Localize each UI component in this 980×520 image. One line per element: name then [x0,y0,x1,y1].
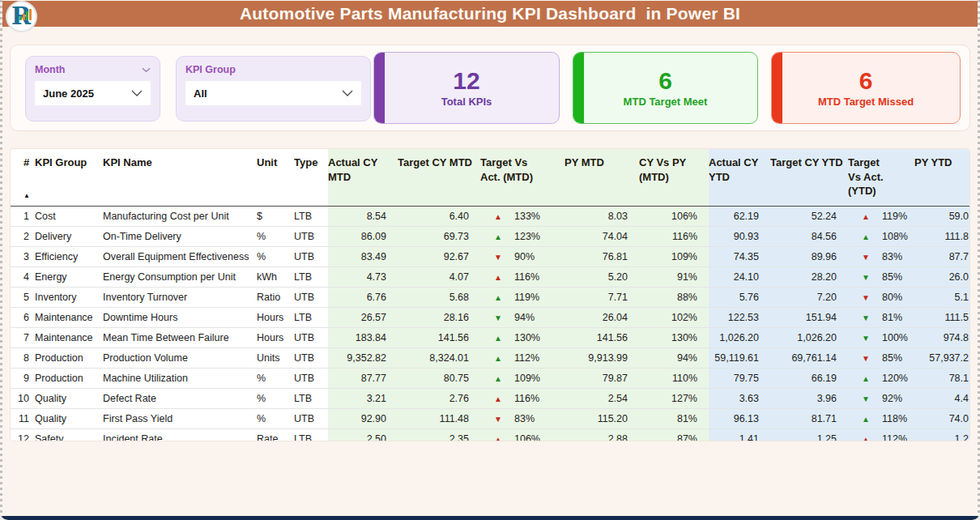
target-cy-mtd-cell: 111.48 [398,408,480,428]
type-cell: UTB [294,368,328,388]
trend-up-icon: ▲ [494,212,505,221]
kpi-name-cell: Energy Consumption per Unit [103,266,257,287]
kpi-group-cell: Maintenance [35,327,103,347]
table-row[interactable]: 3EfficiencyOverall Equipment Effectivene… [11,246,970,266]
col-header-target-vs-act-ytd[interactable]: Target Vs Act. (YTD) [848,149,914,206]
percent-value: 119% [882,211,907,222]
trend-up-icon: ▲ [494,334,505,343]
table-row[interactable]: 11QualityFirst Pass Yield%UTB92.90111.48… [11,408,970,428]
unit-cell: % [257,388,294,408]
percent-value: 108% [882,231,908,242]
trend-up-icon: ▲ [862,435,872,442]
cy-vs-py-mtd-cell: 127% [639,388,709,408]
col-header-unit[interactable]: Unit [257,149,294,206]
cy-vs-py-mtd-cell: 91% [639,266,709,287]
trend-down-icon: ▼ [862,394,872,403]
col-header-target-cy-ytd[interactable]: Target CY YTD [770,149,848,206]
table-row[interactable]: 7MaintenanceMean Time Between FailureHou… [11,327,970,347]
row-index: 4 [11,266,35,287]
target-cy-ytd-cell: 28.20 [770,266,848,287]
type-cell: UTB [294,287,328,307]
unit-cell: % [257,368,294,388]
col-header-actual-cy-mtd[interactable]: Actual CY MTD [328,149,398,206]
actual-cy-ytd-cell: 62.19 [709,206,770,226]
trend-up-icon: ▲ [494,435,505,442]
kpi-group-cell: Cost [35,206,103,226]
kpi-matrix-table: # ▲ KPI Group KPI Name Unit Type Actual … [11,149,970,441]
table-row[interactable]: 5InventoryInventory TurnoverRatioUTB6.76… [11,287,970,307]
table-row[interactable]: 6MaintenanceDowntime HoursHoursLTB26.572… [11,307,970,327]
unit-cell: Ratio [257,287,294,307]
unit-cell: $ [257,206,294,226]
percent-value: 112% [882,433,907,442]
target-vs-actual-cell: ▲108% [848,226,914,246]
sort-ascending-icon[interactable]: ▲ [23,192,30,201]
mtd-target-meet-value: 6 [658,68,672,94]
py-ytd-cell: 78.1 [914,368,970,388]
type-cell: UTB [294,347,328,368]
table-row[interactable]: 12SafetyIncident RateRateLTB2.502.35▲106… [11,428,970,441]
py-ytd-cell: 74.0 [914,408,970,428]
kpi-group-dropdown[interactable]: All [185,81,361,105]
card-accent-bar [573,53,584,123]
col-header-type[interactable]: Type [294,149,328,206]
col-header-target-vs-act-mtd[interactable]: Target Vs Act. (MTD) [480,149,565,206]
percent-value: 109% [514,373,540,384]
percent-value: 120% [882,373,908,384]
kpi-group-cell: Safety [35,428,103,441]
table-row[interactable]: 10QualityDefect Rate%LTB3.212.76▲116%2.5… [11,388,970,408]
cy-vs-py-mtd-cell: 102% [639,307,709,327]
cy-vs-py-mtd-cell: 88% [639,287,709,307]
table-row[interactable]: 8ProductionProduction VolumeUnitsUTB9,35… [11,347,970,368]
target-vs-actual-cell: ▲112% [480,347,565,368]
trend-down-icon: ▼ [862,293,872,302]
col-header-index[interactable]: # ▲ [11,149,35,206]
trend-down-icon: ▼ [862,253,872,262]
col-header-py-ytd[interactable]: PY YTD [914,149,970,206]
cy-vs-py-mtd-cell: 109% [639,246,709,266]
percent-value: 116% [514,393,539,404]
type-cell: UTB [294,327,328,347]
table-row[interactable]: 9ProductionMachine Utilization%UTB87.778… [11,368,970,388]
table-row[interactable]: 4EnergyEnergy Consumption per UnitkWhLTB… [11,266,970,287]
unit-cell: Rate [257,428,294,441]
type-cell: LTB [294,388,328,408]
percent-value: 100% [882,332,908,343]
month-slicer-label: Month [35,64,65,75]
table-row[interactable]: 2DeliveryOn-Time Delivery%UTB86.0969.73▲… [11,226,970,246]
actual-cy-mtd-cell: 4.73 [328,266,398,287]
py-mtd-cell: 7.71 [565,287,639,307]
slicer-collapse-chevron-icon[interactable] [142,67,151,73]
percent-value: 112% [514,352,539,364]
col-header-cy-vs-py-mtd[interactable]: CY Vs PY (MTD) [639,149,709,206]
col-header-actual-cy-ytd[interactable]: Actual CY YTD [709,149,770,206]
col-header-kpi-group[interactable]: KPI Group [35,149,103,206]
month-dropdown[interactable]: June 2025 [35,81,151,105]
percent-value: 130% [514,332,540,343]
kpi-table-panel: # ▲ KPI Group KPI Name Unit Type Actual … [10,148,970,441]
canvas-left-dashed-edge [0,0,2,520]
chevron-down-icon [342,90,353,96]
kpi-group-dropdown-value: All [194,87,207,100]
row-index: 2 [11,226,35,246]
dashboard-page: Automotive Parts Manufacturing KPI Dashb… [0,0,980,520]
percent-value: 106% [514,433,540,442]
trend-down-icon: ▼ [862,334,872,343]
filter-panel: Month June 2025 KPI Group All [10,45,970,131]
col-header-kpi-name[interactable]: KPI Name [103,149,257,206]
py-mtd-cell: 115.20 [565,408,639,428]
actual-cy-ytd-cell: 1,026.20 [709,327,770,347]
target-vs-actual-cell: ▲112% [848,428,914,441]
target-vs-actual-cell: ▲130% [480,327,565,347]
target-cy-mtd-cell: 141.56 [398,327,480,347]
col-header-py-mtd[interactable]: PY MTD [565,149,639,206]
target-cy-ytd-cell: 1.25 [770,428,848,441]
card-accent-bar [772,53,782,123]
type-cell: LTB [294,206,328,226]
cy-vs-py-mtd-cell: 94% [639,347,709,368]
target-cy-mtd-cell: 80.75 [398,368,480,388]
col-header-target-cy-mtd[interactable]: Target CY MTD [398,149,480,206]
trend-up-icon: ▲ [494,293,505,302]
py-mtd-cell: 76.81 [565,246,639,266]
table-row[interactable]: 1CostManufacturing Cost per Unit$LTB8.54… [11,206,970,226]
